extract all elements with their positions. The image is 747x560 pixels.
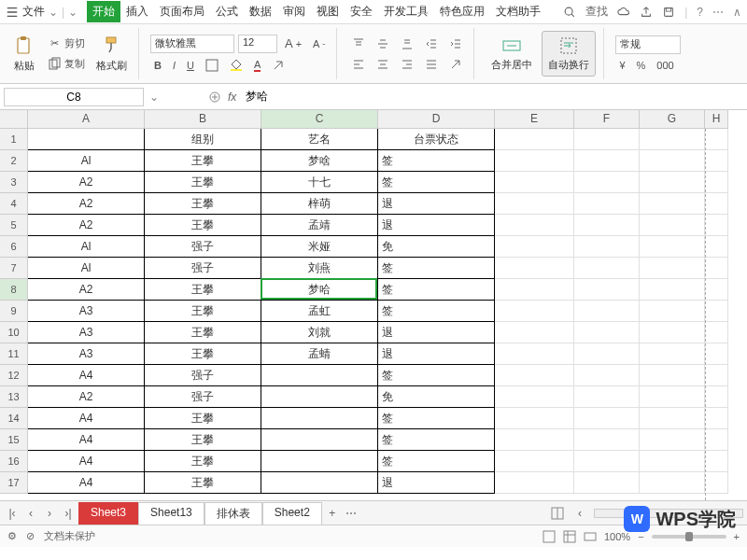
- cell-C3[interactable]: 十七: [261, 172, 378, 193]
- row-header-16[interactable]: 16: [0, 451, 28, 472]
- merge-center-button[interactable]: 合并居中: [486, 32, 538, 76]
- italic-button[interactable]: I: [169, 58, 179, 73]
- increase-indent-button[interactable]: [445, 35, 466, 52]
- border-button[interactable]: [202, 57, 222, 74]
- ribbon-tab-3[interactable]: 公式: [210, 1, 244, 22]
- cell-A1[interactable]: [28, 129, 145, 150]
- cell-H5[interactable]: [705, 215, 728, 236]
- cell-H3[interactable]: [705, 172, 728, 193]
- save-icon[interactable]: [662, 6, 675, 19]
- cell-H10[interactable]: [705, 322, 728, 343]
- wrap-text-button[interactable]: 自动换行: [542, 31, 596, 77]
- quickbar-dropdown-icon[interactable]: ⌄: [68, 6, 78, 19]
- app-menu-icon[interactable]: [6, 6, 19, 19]
- cell-G11[interactable]: [640, 343, 705, 365]
- row-header-6[interactable]: 6: [0, 236, 28, 258]
- cell-D3[interactable]: 签: [378, 172, 495, 193]
- zoom-value[interactable]: 100%: [604, 531, 630, 542]
- cell-C9[interactable]: 孟虹: [261, 301, 378, 322]
- cell-F14[interactable]: [574, 408, 640, 429]
- cell-H16[interactable]: [705, 451, 728, 472]
- cell-D11[interactable]: 退: [378, 343, 495, 365]
- col-header-H[interactable]: H: [705, 110, 728, 129]
- cell-F11[interactable]: [574, 343, 640, 365]
- scroll-left-icon[interactable]: ‹: [571, 505, 588, 522]
- cell-B10[interactable]: 王攀: [145, 322, 261, 343]
- name-box[interactable]: [4, 88, 144, 106]
- cell-F17[interactable]: [574, 472, 640, 494]
- format-painter-button[interactable]: 格式刷: [92, 33, 131, 75]
- cell-F2[interactable]: [574, 150, 640, 172]
- font-color-button[interactable]: A: [250, 57, 264, 74]
- cell-B1[interactable]: 组别: [145, 129, 261, 150]
- cell-B15[interactable]: 王攀: [145, 429, 261, 451]
- help-icon[interactable]: ?: [697, 6, 703, 19]
- cell-H8[interactable]: [705, 279, 728, 301]
- ribbon-tab-10[interactable]: 文档助手: [490, 1, 546, 22]
- cell-C7[interactable]: 刘燕: [261, 258, 378, 279]
- cell-A6[interactable]: Al: [28, 236, 145, 258]
- cell-A9[interactable]: A3: [28, 301, 145, 322]
- underline-button[interactable]: U: [183, 58, 198, 73]
- cell-G2[interactable]: [640, 150, 705, 172]
- row-header-13[interactable]: 13: [0, 386, 28, 408]
- col-header-B[interactable]: B: [145, 110, 261, 129]
- align-right-button[interactable]: [397, 56, 417, 73]
- cell-H7[interactable]: [705, 258, 728, 279]
- cell-E7[interactable]: [495, 258, 574, 279]
- sheet-tab-Sheet3[interactable]: Sheet3: [78, 502, 138, 525]
- col-header-E[interactable]: E: [495, 110, 574, 129]
- cell-C1[interactable]: 艺名: [261, 129, 378, 150]
- cell-G14[interactable]: [640, 408, 705, 429]
- row-header-8[interactable]: 8: [0, 279, 28, 301]
- cell-A2[interactable]: Al: [28, 150, 145, 172]
- percent-button[interactable]: %: [633, 58, 650, 73]
- cell-H15[interactable]: [705, 429, 728, 451]
- cell-G17[interactable]: [640, 472, 705, 494]
- row-header-3[interactable]: 3: [0, 172, 28, 193]
- paste-button[interactable]: 粘贴: [9, 33, 39, 75]
- cell-G6[interactable]: [640, 236, 705, 258]
- zoom-out-button[interactable]: −: [638, 531, 643, 542]
- cell-D5[interactable]: 退: [378, 215, 495, 236]
- row-header-9[interactable]: 9: [0, 301, 28, 322]
- cell-B17[interactable]: 王攀: [145, 472, 261, 494]
- thousands-button[interactable]: 000: [653, 58, 677, 73]
- cell-G8[interactable]: [640, 279, 705, 301]
- cell-A3[interactable]: A2: [28, 172, 145, 193]
- cell-D16[interactable]: 签: [378, 451, 495, 472]
- cell-D9[interactable]: 签: [378, 301, 495, 322]
- cell-B3[interactable]: 王攀: [145, 172, 261, 193]
- row-header-12[interactable]: 12: [0, 365, 28, 386]
- row-header-2[interactable]: 2: [0, 150, 28, 172]
- cloud-icon[interactable]: [617, 6, 630, 19]
- tab-nav-last-icon[interactable]: ›|: [60, 505, 77, 522]
- cell-D6[interactable]: 免: [378, 236, 495, 258]
- cell-A14[interactable]: A4: [28, 408, 145, 429]
- cell-H4[interactable]: [705, 193, 728, 215]
- cell-A4[interactable]: A2: [28, 193, 145, 215]
- font-name-select[interactable]: 微软雅黑: [150, 35, 234, 53]
- clear-format-button[interactable]: [268, 57, 289, 74]
- cell-D15[interactable]: 签: [378, 429, 495, 451]
- orientation-button[interactable]: [445, 56, 466, 73]
- row-header-17[interactable]: 17: [0, 472, 28, 494]
- cell-B12[interactable]: 强子: [145, 365, 261, 386]
- cell-G1[interactable]: [640, 129, 705, 150]
- ribbon-tab-6[interactable]: 视图: [311, 1, 345, 22]
- row-header-15[interactable]: 15: [0, 429, 28, 451]
- cell-A13[interactable]: A2: [28, 386, 145, 408]
- cell-H14[interactable]: [705, 408, 728, 429]
- cell-G9[interactable]: [640, 301, 705, 322]
- cell-A12[interactable]: A4: [28, 365, 145, 386]
- cell-E5[interactable]: [495, 215, 574, 236]
- cell-E14[interactable]: [495, 408, 574, 429]
- cell-A8[interactable]: A2: [28, 279, 145, 301]
- align-left-button[interactable]: [348, 56, 369, 73]
- sheet-tab-Sheet13[interactable]: Sheet13: [138, 502, 204, 525]
- cell-C4[interactable]: 梓萌: [261, 193, 378, 215]
- share-icon[interactable]: [640, 6, 653, 19]
- cell-G13[interactable]: [640, 386, 705, 408]
- cell-C14[interactable]: [261, 408, 378, 429]
- align-center-button[interactable]: [373, 56, 393, 73]
